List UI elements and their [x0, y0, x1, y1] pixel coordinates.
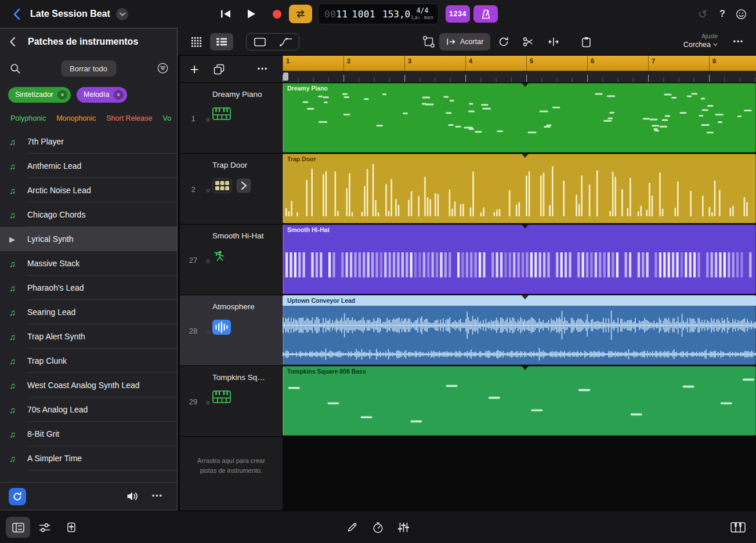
clear-all-button[interactable]: Borrar todo [61, 60, 116, 77]
grid-view-button[interactable] [186, 33, 207, 50]
record-icon [273, 10, 281, 19]
drumpads-icon[interactable] [212, 178, 232, 193]
chip-close-icon[interactable]: × [114, 90, 124, 100]
patch-list-item[interactable]: ♫Massive Stack [0, 251, 177, 276]
ruler-tick-strip[interactable] [283, 71, 756, 83]
piano-icon[interactable] [212, 107, 231, 120]
tempo-button[interactable] [366, 517, 390, 538]
track-header-toolbar: + ••• [180, 56, 283, 83]
undo-button[interactable]: ↺ [693, 0, 712, 28]
logic-pro-app: Late Session Beat 00111001 153,0 [0, 0, 756, 543]
patch-list-item[interactable]: ♫Trap Clunk [0, 349, 177, 373]
patch-list-item[interactable]: ♫Chicago Chords [0, 202, 177, 227]
patch-name: Arctic Noise Lead [27, 186, 91, 195]
feedback-button[interactable] [731, 0, 751, 28]
transform-tool-button[interactable] [418, 33, 439, 50]
patch-list-item[interactable]: ♫7th Player [0, 129, 177, 154]
track-header-config-button[interactable] [6, 517, 30, 538]
chip-close-icon[interactable]: × [57, 90, 67, 100]
duplicate-track-button[interactable] [209, 60, 229, 78]
search-icon[interactable] [10, 63, 20, 74]
track-icon-group [212, 390, 231, 403]
back-button[interactable] [7, 0, 26, 28]
add-track-button[interactable]: + [185, 60, 204, 78]
browser-more-button[interactable]: ••• [152, 492, 163, 500]
project-menu-button[interactable] [116, 8, 128, 20]
track-header[interactable]: 2Trap Door [180, 154, 283, 225]
region[interactable]: Tompkins Square 808 Bass [283, 366, 756, 436]
skip-to-beginning-button[interactable] [214, 0, 238, 28]
playhead-handle[interactable] [283, 73, 288, 81]
patch-list-item[interactable]: ♫West Coast Analog Synth Lead [0, 373, 177, 397]
region[interactable]: Uptown Conveyor Lead [283, 295, 756, 365]
patch-list-item[interactable]: ♫Arctic Noise Lead [0, 178, 177, 202]
tag-filter[interactable]: Short Release [106, 114, 152, 122]
filter-icon[interactable] [157, 63, 168, 74]
region[interactable]: Trap Door [283, 154, 756, 223]
drummer-icon[interactable] [212, 249, 227, 264]
track-number: 27 [180, 225, 207, 295]
region[interactable]: Dreamy Piano [283, 83, 756, 153]
track-header[interactable]: 29Tompkins Square 808 Bass [180, 366, 283, 437]
lcd-tempo: 153,0 [382, 9, 410, 20]
track-lane: Trap Door [283, 154, 756, 225]
track-header[interactable]: 1Dreamy Piano [180, 83, 283, 154]
project-title[interactable]: Late Session Beat [30, 0, 110, 28]
patch-library-toggle-button[interactable] [9, 488, 26, 505]
toolbar-more-button[interactable]: ••• [728, 33, 749, 50]
tracks-view-button[interactable] [210, 33, 233, 50]
split-function-button[interactable] [518, 33, 538, 50]
mixer-controls-button[interactable] [32, 517, 57, 538]
patch-name: 7th Player [27, 137, 64, 146]
chevron-right-button[interactable] [236, 178, 251, 193]
music-note-icon: ♫ [9, 356, 22, 366]
metronome-button[interactable] [473, 5, 498, 23]
edit-pencil-button[interactable] [340, 517, 364, 538]
lcd-display[interactable]: 00111001 153,0 4/4 La♭ men [318, 3, 439, 24]
patch-list-item[interactable]: ▶Lyrical Synth [0, 227, 177, 251]
automation-tool-button[interactable] [273, 34, 299, 50]
patch-list-item[interactable]: ♫A Simpler Time [0, 446, 177, 470]
preview-volume-button[interactable] [126, 491, 139, 501]
record-button[interactable] [265, 0, 289, 28]
panel-lines-icon [12, 523, 24, 533]
keyboard-button[interactable] [726, 517, 750, 538]
tag-filter[interactable]: Vo [162, 114, 171, 122]
help-button[interactable]: ? [714, 0, 731, 28]
smart-controls-button[interactable] [391, 517, 415, 538]
paste-function-button[interactable] [576, 33, 596, 50]
wavetile-icon[interactable] [212, 320, 231, 335]
tag-filter[interactable]: Monophonic [56, 114, 96, 122]
marquee-tool-button[interactable] [247, 34, 273, 50]
nudge-function-button[interactable] [543, 33, 564, 50]
patch-list-item[interactable]: ♫Pharaoh's Lead [0, 276, 177, 300]
track-header[interactable]: 27Smooth Hi-Hat [180, 225, 283, 295]
snap-setting[interactable]: Ajuste Corchea [683, 32, 718, 49]
patch-name: West Coast Analog Synth Lead [27, 381, 140, 390]
track-header[interactable]: 28Atmosphere [180, 295, 283, 366]
metronome-icon [481, 9, 491, 19]
browser-back-button[interactable] [9, 37, 16, 47]
play-button[interactable] [239, 0, 263, 28]
count-in-button[interactable]: 1234 [446, 5, 470, 23]
filter-chip[interactable]: Melodía× [77, 87, 126, 103]
ruler-cycle-strip[interactable]: 12345678 [283, 56, 756, 71]
track-header-more-button[interactable]: ••• [253, 60, 273, 78]
patch-list-item[interactable]: ♫70s Analog Lead [0, 397, 177, 422]
cycle-button[interactable] [289, 5, 312, 23]
music-note-icon: ♫ [9, 137, 22, 147]
piano-icon[interactable] [212, 390, 231, 403]
region[interactable]: Smooth Hi-Hat [283, 225, 756, 294]
fader-view-button[interactable] [59, 517, 84, 538]
patch-list-item[interactable]: ♫Searing Lead [0, 300, 177, 324]
filter-chip[interactable]: Sintetizador× [8, 87, 71, 103]
loop-function-button[interactable] [493, 33, 514, 50]
patch-list-item[interactable]: ♫8-Bit Grit [0, 422, 177, 446]
region-name: Uptown Conveyor Lead [287, 297, 355, 304]
patch-list-item[interactable]: ♫Trap Alert Synth [0, 324, 177, 349]
trim-function-button[interactable]: Acortar [439, 33, 490, 50]
patch-list-item[interactable]: ♫Anthemic Lead [0, 154, 177, 178]
patch-name: Trap Alert Synth [27, 332, 85, 341]
smiley-icon [736, 9, 747, 20]
tag-filter[interactable]: Polyphonic [10, 114, 46, 122]
